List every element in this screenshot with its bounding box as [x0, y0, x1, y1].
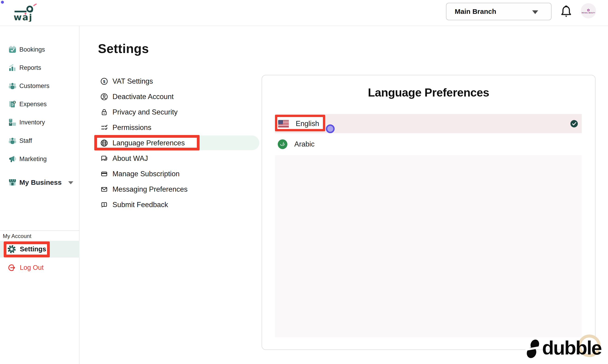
- menu-item-label: About WAJ: [112, 154, 148, 163]
- app-window: waj Main Branch ✿ REVEAL BEAUTY Boo: [0, 0, 608, 364]
- us-flag-icon: [278, 120, 289, 127]
- brand-text: waj: [13, 12, 33, 22]
- sidebar-divider: [0, 230, 79, 231]
- calendar-check-icon: [8, 45, 17, 54]
- lock-icon: [100, 108, 108, 117]
- menu-item-permissions[interactable]: Permissions: [100, 120, 270, 135]
- sidebar-item-customers[interactable]: Customers: [0, 81, 79, 91]
- menu-item-label: Permissions: [112, 123, 151, 132]
- sidebar-item-label: Bookings: [19, 45, 45, 54]
- sidebar-item-reports[interactable]: Reports: [0, 63, 79, 72]
- people-icon: [8, 137, 17, 145]
- sidebar-item-expenses[interactable]: $ Expenses: [0, 100, 79, 109]
- menu-item-language-preferences[interactable]: Language Preferences: [100, 135, 270, 151]
- settings-menu: $ VAT Settings Deactivate Account P: [100, 74, 270, 212]
- receipt-icon: $: [8, 100, 17, 108]
- boxes-icon: [8, 118, 17, 127]
- cursor-highlight: [326, 124, 335, 133]
- menu-item-label: Privacy and Security: [112, 108, 178, 116]
- menu-item-label: Messaging Preferences: [112, 185, 188, 194]
- credit-card-icon: [100, 169, 108, 178]
- sidebar-item-inventory[interactable]: Inventory: [0, 118, 79, 127]
- person-circle-icon: [100, 92, 108, 101]
- panel-title: Language Preferences: [262, 86, 595, 99]
- sidebar-item-label: Marketing: [19, 154, 47, 164]
- logo-pink-accent: [33, 4, 37, 6]
- main-content: Settings $ VAT Settings Deactivate Accou…: [79, 26, 608, 364]
- menu-item-privacy-security[interactable]: Privacy and Security: [100, 104, 270, 120]
- menu-item-label: Submit Feedback: [112, 201, 168, 209]
- language-option-label: English: [296, 119, 319, 128]
- sidebar-item-label: Inventory: [19, 118, 45, 127]
- recording-dot: [1, 1, 4, 4]
- menu-item-deactivate-account[interactable]: Deactivate Account: [100, 89, 270, 104]
- sidebar-item-label: Customers: [19, 81, 50, 91]
- menu-item-label: Language Preferences: [112, 139, 185, 147]
- my-account-section-label: My Account: [3, 233, 31, 239]
- page-title: Settings: [98, 41, 149, 56]
- avatar[interactable]: ✿ REVEAL BEAUTY: [581, 3, 596, 18]
- chevron-down-icon: [532, 10, 538, 14]
- branch-selector[interactable]: Main Branch: [446, 3, 552, 20]
- sidebar-item-label: My Business: [19, 178, 62, 187]
- feedback-bubble-icon: [100, 200, 108, 209]
- sidebar-item-logout[interactable]: Log Out: [0, 263, 79, 272]
- menu-item-about-waj[interactable]: About WAJ: [100, 151, 270, 166]
- branch-selector-value: Main Branch: [455, 8, 496, 15]
- sidebar-item-label: Expenses: [19, 100, 47, 109]
- chevron-down-icon[interactable]: [68, 181, 73, 184]
- chat-bubbles-icon: [100, 154, 108, 163]
- selected-check-icon: [570, 120, 578, 128]
- menu-item-messaging-preferences[interactable]: Messaging Preferences: [100, 182, 270, 197]
- menu-item-vat-settings[interactable]: $ VAT Settings: [100, 74, 270, 89]
- dubble-logo-icon: [526, 337, 541, 360]
- dollar-circle-icon: $: [100, 77, 108, 86]
- notifications-bell-icon[interactable]: [560, 4, 572, 18]
- watermark-brand-text: dubble: [542, 337, 601, 359]
- sidebar-item-label: Staff: [19, 136, 32, 145]
- svg-text:$: $: [13, 101, 15, 104]
- envelope-icon: [100, 185, 108, 194]
- sidebar-item-marketing[interactable]: Marketing: [0, 154, 79, 164]
- waj-logo: waj: [13, 4, 40, 22]
- megaphone-icon: [8, 155, 17, 163]
- globe-icon: [100, 139, 108, 147]
- language-preferences-panel: Language Preferences: [262, 75, 595, 350]
- language-option-english[interactable]: English: [275, 114, 582, 133]
- storefront-icon: [8, 178, 17, 187]
- menu-item-label: VAT Settings: [112, 77, 153, 85]
- bar-chart-icon: [8, 64, 17, 72]
- menu-item-submit-feedback[interactable]: Submit Feedback: [100, 197, 270, 212]
- language-option-arabic[interactable]: Arabic: [275, 133, 582, 155]
- sidebar-item-staff[interactable]: Staff: [0, 136, 79, 145]
- people-icon: [8, 82, 17, 90]
- logout-icon: [7, 263, 16, 272]
- menu-item-label: Manage Subscription: [112, 170, 180, 178]
- arabic-letter-badge: [278, 139, 287, 149]
- sidebar-item-bookings[interactable]: Bookings: [0, 45, 79, 54]
- top-header: waj Main Branch ✿ REVEAL BEAUTY: [0, 0, 608, 26]
- avatar-brand-text: REVEAL BEAUTY: [582, 12, 595, 13]
- sidebar-item-label: Reports: [19, 63, 41, 72]
- sidebar-item-my-business[interactable]: My Business: [0, 178, 79, 187]
- sidebar-item-label: Log Out: [20, 263, 44, 272]
- language-options-list: English Arabic: [275, 114, 582, 337]
- svg-text:$: $: [103, 79, 105, 84]
- sidebar-item-label: Settings: [20, 241, 46, 258]
- checklist-icon: [100, 123, 108, 132]
- arabic-letter-glyph: [279, 141, 286, 147]
- gear-icon: [7, 245, 16, 254]
- language-option-label: Arabic: [294, 140, 315, 148]
- avatar-emblem-icon: ✿: [587, 8, 590, 12]
- menu-item-manage-subscription[interactable]: Manage Subscription: [100, 166, 270, 182]
- sidebar: Bookings Reports Customers: [0, 26, 79, 364]
- menu-item-label: Deactivate Account: [112, 93, 173, 101]
